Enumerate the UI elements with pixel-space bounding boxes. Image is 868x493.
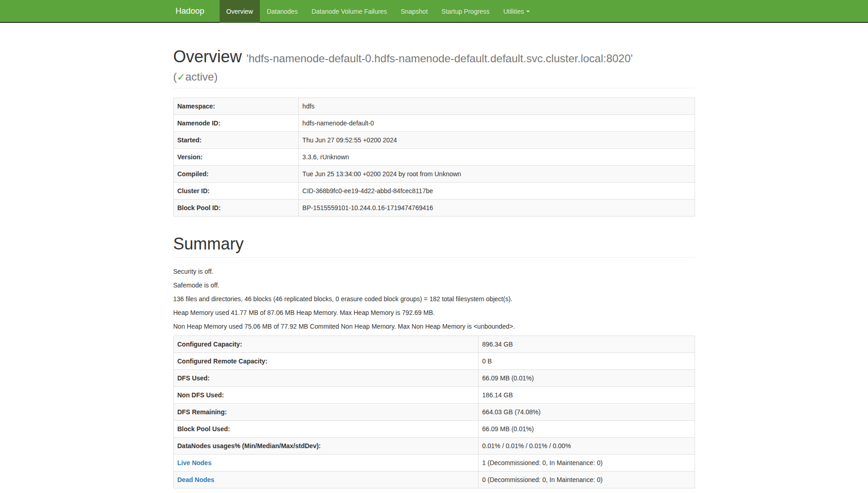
row-label: Cluster ID:	[173, 183, 298, 200]
row-value: Thu Jun 27 09:52:55 +0200 2024	[298, 132, 695, 149]
row-label: Configured Remote Capacity:	[173, 352, 478, 369]
row-label: Configured Capacity:	[173, 336, 478, 352]
nav-item-label: Snapshot	[401, 7, 428, 16]
summary-line-non-heap-memory: Non Heap Memory used 75.06 MB of 77.92 M…	[173, 322, 695, 331]
row-label: DFS Remaining:	[173, 403, 478, 420]
table-row: Namenode ID: hdfs-namenode-default-0	[173, 115, 695, 132]
nav-item-datanodes[interactable]: Datanodes	[260, 0, 305, 23]
nav-item-utilities-dropdown[interactable]: Utilities	[496, 0, 537, 23]
row-label: DataNodes usages% (Min/Median/Max/stdDev…	[173, 437, 478, 454]
state-open-paren: (	[173, 70, 177, 83]
table-row: Block Pool Used: 66.09 MB (0.01%)	[173, 420, 695, 437]
nav-item-label: Datanode Volume Failures	[312, 7, 387, 16]
table-row: Block Pool ID: BP-1515559101-10.244.0.16…	[173, 200, 695, 217]
row-label: Block Pool ID:	[173, 200, 298, 217]
nav-item-label: Overview	[226, 7, 253, 16]
table-row: DFS Remaining: 664.03 GB (74.08%)	[173, 403, 695, 420]
page-title-text: Overview	[173, 47, 242, 66]
row-label: DFS Used:	[173, 369, 478, 386]
row-label: Started:	[173, 132, 298, 149]
summary-title: Summary	[173, 235, 695, 253]
row-value: BP-1515559101-10.244.0.16-1719474769416	[298, 200, 695, 217]
main-nav: Overview Datanodes Datanode Volume Failu…	[220, 0, 537, 23]
navbar: Hadoop Overview Datanodes Datanode Volum…	[0, 0, 868, 23]
nav-item-label: Utilities	[503, 7, 524, 16]
table-row: Started: Thu Jun 27 09:52:55 +0200 2024	[173, 132, 695, 149]
table-row: Configured Remote Capacity: 0 B	[173, 352, 695, 369]
summary-line-security: Security is off.	[173, 267, 695, 276]
namenode-state: active)	[185, 70, 218, 83]
table-row: Namespace: hdfs	[173, 98, 695, 115]
summary-line-filesystem-objects: 136 files and directories, 46 blocks (46…	[173, 294, 695, 303]
row-value: 0 B	[478, 352, 695, 369]
row-label: Live Nodes	[173, 454, 478, 471]
row-value: 66.09 MB (0.01%)	[478, 420, 695, 437]
row-value: 896.34 GB	[478, 336, 695, 352]
row-value: 186.14 GB	[478, 386, 695, 403]
row-label: Block Pool Used:	[173, 420, 478, 437]
row-value: 3.3.6, rUnknown	[298, 149, 695, 166]
nav-item-overview[interactable]: Overview	[220, 0, 260, 23]
row-label: Version:	[173, 149, 298, 166]
nav-item-label: Startup Progress	[442, 7, 490, 16]
live-nodes-link[interactable]: Live Nodes	[178, 459, 212, 466]
overview-page-header: Overview 'hdfs-namenode-default-0.hdfs-n…	[173, 48, 695, 88]
navbar-inner: Hadoop Overview Datanodes Datanode Volum…	[173, 0, 695, 23]
summary-line-safemode: Safemode is off.	[173, 281, 695, 290]
nav-item-label: Datanodes	[267, 7, 298, 16]
table-row: DFS Used: 66.09 MB (0.01%)	[173, 369, 695, 386]
row-value: 0.01% / 0.01% / 0.01% / 0.00%	[478, 437, 695, 454]
row-value: 66.09 MB (0.01%)	[478, 369, 695, 386]
table-row: Non DFS Used: 186.14 GB	[173, 386, 695, 403]
table-row: DataNodes usages% (Min/Median/Max/stdDev…	[173, 437, 695, 454]
caret-down-icon	[526, 11, 530, 12]
row-label: Non DFS Used:	[173, 386, 478, 403]
table-row: Live Nodes 1 (Decommissioned: 0, In Main…	[173, 454, 695, 471]
brand-link[interactable]: Hadoop	[173, 0, 211, 23]
row-value: hdfs-namenode-default-0	[298, 115, 695, 132]
main-content: Overview 'hdfs-namenode-default-0.hdfs-n…	[173, 23, 695, 488]
row-value: CID-368b9fc0-ee19-4d22-abbd-84fcec8117be	[298, 183, 695, 200]
dead-nodes-link[interactable]: Dead Nodes	[178, 476, 215, 483]
row-label: Compiled:	[173, 166, 298, 183]
table-row: Compiled: Tue Jun 25 13:34:00 +0200 2024…	[173, 166, 695, 183]
nav-item-startup-progress[interactable]: Startup Progress	[435, 0, 496, 23]
row-label: Dead Nodes	[173, 471, 478, 488]
table-row: Cluster ID: CID-368b9fc0-ee19-4d22-abbd-…	[173, 183, 695, 200]
summary-line-heap-memory: Heap Memory used 41.77 MB of 87.06 MB He…	[173, 308, 695, 317]
summary-page-header: Summary	[173, 235, 695, 258]
namenode-info-table: Namespace: hdfs Namenode ID: hdfs-nameno…	[173, 98, 695, 217]
table-row: Version: 3.3.6, rUnknown	[173, 149, 695, 166]
row-value: 1 (Decommissioned: 0, In Maintenance: 0)	[478, 454, 695, 471]
nav-item-datanode-volume-failures[interactable]: Datanode Volume Failures	[305, 0, 394, 23]
row-label: Namespace:	[173, 98, 298, 115]
summary-table: Configured Capacity: 896.34 GB Configure…	[173, 336, 695, 488]
table-row: Configured Capacity: 896.34 GB	[173, 336, 695, 352]
row-value: 664.03 GB (74.08%)	[478, 403, 695, 420]
row-value: 0 (Decommissioned: 0, In Maintenance: 0)	[478, 471, 695, 488]
row-label: Namenode ID:	[173, 115, 298, 132]
page-title: Overview 'hdfs-namenode-default-0.hdfs-n…	[173, 48, 695, 84]
row-value: Tue Jun 25 13:34:00 +0200 2024 by root f…	[298, 166, 695, 183]
summary-paragraphs: Security is off. Safemode is off. 136 fi…	[173, 267, 695, 331]
namenode-address: 'hdfs-namenode-default-0.hdfs-namenode-d…	[247, 52, 633, 65]
table-row: Dead Nodes 0 (Decommissioned: 0, In Main…	[173, 471, 695, 488]
active-check-icon: ✓	[177, 71, 185, 83]
row-value: hdfs	[298, 98, 695, 115]
nav-item-snapshot[interactable]: Snapshot	[394, 0, 435, 23]
